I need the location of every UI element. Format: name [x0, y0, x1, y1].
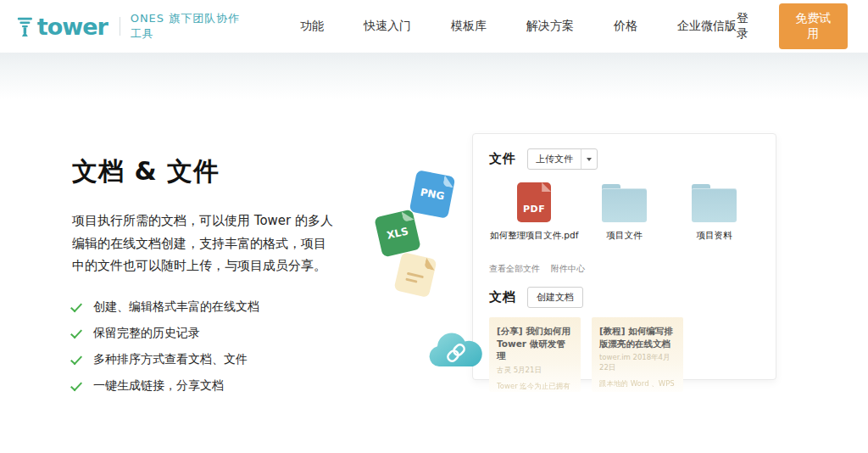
page-title: 文档 & 文件 — [72, 154, 335, 189]
view-all-files-link[interactable]: 查看全部文件 — [489, 263, 540, 275]
doc-meta: tower.im 2018年4月22日 — [599, 353, 676, 373]
xls-label: XLS — [386, 225, 409, 241]
feature-label: 多种排序方式查看文档、文件 — [93, 352, 248, 367]
header-actions: 登录 免费试用 — [737, 3, 848, 49]
png-label: PNG — [420, 186, 446, 202]
hero-section: 文档 & 文件 项目执行所需的文档，可以使用 Tower 的多人编辑的在线文档创… — [0, 53, 868, 453]
logo-divider — [120, 17, 120, 36]
doc-title: [教程] 如何编写排版漂亮的在线文档 — [599, 325, 676, 350]
tower-logo-icon — [17, 14, 33, 38]
folder-name: 项目文件 — [606, 230, 642, 242]
feature-list: 创建、编辑格式丰富的在线文档 保留完整的历史记录 多种排序方式查看文档、文件 一… — [72, 299, 335, 394]
pdf-badge-label: PDF — [523, 204, 545, 215]
docs-section-title: 文档 — [489, 289, 516, 305]
file-name: 如何整理项目文件.pdf — [490, 230, 578, 242]
folder-item-project-materials[interactable]: 项目资料 — [670, 182, 760, 242]
nav-item-templates[interactable]: 模板库 — [451, 19, 487, 34]
text-lines-decoration — [405, 272, 424, 284]
feature-item: 保留完整的历史记录 — [72, 326, 335, 341]
doc-title: [分享] 我们如何用 Tower 做研发管理 — [497, 325, 573, 362]
document-file-icon — [393, 252, 437, 298]
main-nav: 功能 快速入门 模板库 解决方案 价格 企业微信版 — [300, 19, 737, 34]
check-icon — [70, 379, 82, 391]
files-docs-panel: 文件 上传文件 PDF 如何整理项目文件.pdf — [472, 133, 776, 380]
attachment-center-link[interactable]: 附件中心 — [551, 263, 585, 275]
upload-file-label[interactable]: 上传文件 — [528, 149, 581, 169]
free-trial-button[interactable]: 免费试用 — [779, 3, 848, 49]
intro-description: 项目执行所需的文档，可以使用 Tower 的多人编辑的在线文档创建，支持丰富的格… — [72, 210, 335, 277]
upload-dropdown-toggle[interactable] — [581, 149, 597, 169]
file-item-pdf[interactable]: PDF 如何整理项目文件.pdf — [489, 182, 579, 242]
folded-corner — [542, 182, 551, 192]
nav-item-wecom[interactable]: 企业微信版 — [677, 19, 737, 34]
nav-item-pricing[interactable]: 价格 — [614, 19, 637, 34]
folder-item-project-files[interactable]: 项目文件 — [579, 182, 669, 242]
files-section-title: 文件 — [489, 151, 516, 167]
nav-item-quickstart[interactable]: 快速入门 — [364, 19, 411, 34]
files-footer-links: 查看全部文件 附件中心 — [489, 263, 760, 275]
check-icon — [70, 353, 82, 365]
logo-wordmark: tower — [37, 15, 108, 38]
nav-item-solutions[interactable]: 解决方案 — [526, 19, 574, 34]
hero-top-gradient — [0, 53, 868, 99]
doc-excerpt: 跟本地的 Word 、WPS 或 Pages 相比，Tower 在线文档的优势是… — [599, 378, 676, 392]
folded-corner — [424, 257, 437, 271]
top-navbar: tower ONES 旗下团队协作工具 功能 快速入门 模板库 解决方案 价格 … — [0, 0, 868, 53]
pdf-icon: PDF — [517, 182, 551, 222]
doc-card-list: [分享] 我们如何用 Tower 做研发管理 古灵 5月21日 Tower 迄今… — [489, 317, 760, 392]
intro-column: 文档 & 文件 项目执行所需的文档，可以使用 Tower 的多人编辑的在线文档创… — [72, 154, 335, 394]
logo[interactable]: tower ONES 旗下团队协作工具 — [17, 11, 244, 42]
file-grid: PDF 如何整理项目文件.pdf 项目文件 项目资料 — [489, 182, 760, 242]
files-section-header: 文件 上传文件 — [489, 148, 760, 170]
folded-corner — [442, 175, 455, 187]
xls-file-icon: XLS — [374, 209, 421, 257]
feature-label: 创建、编辑格式丰富的在线文档 — [93, 299, 259, 315]
logo-tagline: ONES 旗下团队协作工具 — [131, 11, 244, 42]
feature-label: 一键生成链接，分享文档 — [93, 378, 224, 394]
chevron-down-icon — [587, 158, 592, 161]
nav-item-features[interactable]: 功能 — [300, 19, 324, 34]
folder-name: 项目资料 — [697, 230, 732, 242]
doc-card-tutorial[interactable]: [教程] 如何编写排版漂亮的在线文档 tower.im 2018年4月22日 跟… — [592, 317, 683, 392]
folder-icon — [692, 188, 737, 222]
create-doc-button[interactable]: 创建文档 — [527, 287, 583, 308]
docs-section-header: 文档 创建文档 — [489, 287, 760, 308]
upload-file-button[interactable]: 上传文件 — [527, 148, 598, 170]
cloud-link-icon — [422, 322, 490, 373]
feature-item: 创建、编辑格式丰富的在线文档 — [72, 299, 335, 315]
png-file-icon: PNG — [409, 170, 456, 219]
feature-item: 多种排序方式查看文档、文件 — [72, 352, 335, 367]
feature-label: 保留完整的历史记录 — [93, 326, 200, 341]
doc-card-share[interactable]: [分享] 我们如何用 Tower 做研发管理 古灵 5月21日 Tower 迄今… — [489, 317, 581, 392]
doc-meta: 古灵 5月21日 — [497, 366, 573, 376]
share-cloud-illustration — [422, 322, 490, 373]
doc-excerpt: Tower 迄今为止已拥有 80 万的注册团队，这些团队来自不同的行业和领域，使… — [497, 381, 573, 392]
feature-item: 一键生成链接，分享文档 — [72, 378, 335, 394]
check-icon — [70, 300, 82, 312]
login-link[interactable]: 登录 — [737, 11, 757, 42]
check-icon — [70, 327, 82, 338]
folder-icon — [602, 188, 647, 222]
